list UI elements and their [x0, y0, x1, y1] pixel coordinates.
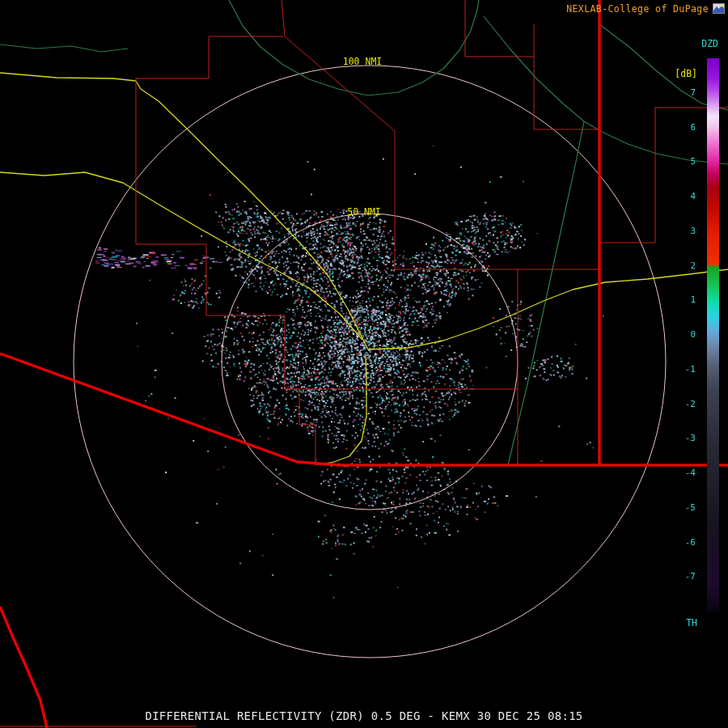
- product-caption: DIFFERENTIAL REFLECTIVITY (ZDR) 0.5 DEG …: [0, 709, 728, 722]
- radar-display: 100 NMI50 NMI NEXLAB-College of DuPage D…: [0, 0, 728, 728]
- county-border-line: [285, 389, 315, 463]
- colorbar-gradient: [707, 58, 719, 612]
- highway-line: [0, 73, 368, 349]
- colorbar-tick: 1: [671, 294, 696, 306]
- colorbar-tick: 4: [671, 191, 696, 202]
- colorbar-tick: -1: [671, 364, 696, 375]
- site-title: NEXLAB-College of DuPage: [566, 3, 709, 15]
- colorbar-tick: 3: [671, 226, 696, 237]
- colorbar-units-label: [dB]: [667, 68, 697, 79]
- colorbar-tick: -6: [671, 537, 696, 548]
- colorbar-tick: -2: [671, 399, 696, 410]
- county-border-line: [136, 78, 285, 389]
- colorbar-tick: 2: [671, 260, 696, 272]
- colorbar-tick: -5: [671, 502, 696, 514]
- highway-line: [315, 354, 366, 464]
- colorbar-tick: 5: [671, 156, 696, 167]
- cod-logo-icon: [713, 2, 725, 12]
- range-ring-label: 50 NMI: [347, 206, 381, 218]
- colorbar-product-label: DZD: [689, 38, 718, 49]
- colorbar-tick: 0: [671, 329, 696, 341]
- river-line: [508, 121, 584, 465]
- map-overlay: [0, 0, 728, 728]
- highway-line: [0, 172, 362, 340]
- county-border-line: [209, 36, 283, 78]
- state-border-line: [0, 353, 728, 465]
- river-line: [0, 44, 128, 52]
- county-border-line: [534, 24, 599, 129]
- colorbar-tick: -7: [671, 571, 696, 582]
- colorbar-tick: -3: [671, 433, 696, 444]
- river-line: [229, 0, 479, 95]
- county-border-line: [465, 0, 534, 57]
- colorbar-tick: 6: [671, 122, 696, 133]
- range-ring-label: 100 NMI: [343, 56, 382, 67]
- colorbar-tick: -4: [671, 468, 696, 479]
- colorbar-tick: 7: [671, 87, 696, 99]
- colorbar-bottom-label: TH: [675, 617, 697, 629]
- range-ring: [74, 66, 666, 658]
